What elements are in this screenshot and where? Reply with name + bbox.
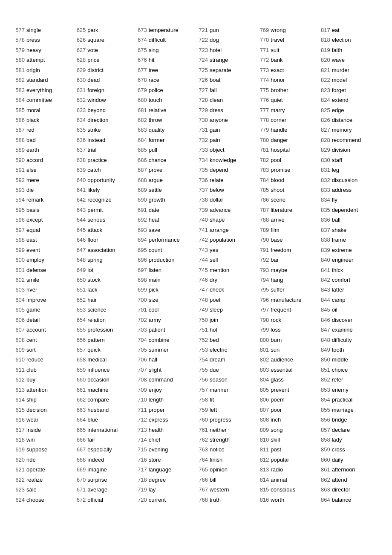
word-text: heat [149,215,159,224]
word-number: 814 [257,475,269,484]
word-entry: 850middle [318,355,379,364]
word-text: blood [271,176,284,185]
word-entry: 701cool [135,305,196,314]
word-entry: 831leg [318,165,379,174]
word-entry: 664blue [74,415,135,424]
word-text: east [26,235,37,244]
word-entry: 799loss [257,325,318,334]
word-text: cent [26,335,37,344]
word-entry: 819faith [318,46,379,55]
word-number: 721 [196,26,208,35]
word-text: surprise [87,475,107,484]
word-number: 742 [196,235,208,244]
word-text: ball [332,215,340,224]
word-text: committee [26,95,52,104]
word-number: 826 [318,116,330,124]
word-number: 783 [257,165,269,174]
word-entry: 640opportunity [74,176,135,185]
word-entry: 787literature [257,205,318,214]
word-entry: 863director [318,485,379,494]
word-number: 773 [257,66,269,75]
word-text: floor [87,235,98,244]
word-number: 632 [74,95,86,104]
word-text: leg [332,165,339,174]
word-text: evening [149,445,168,454]
word-number: 747 [196,285,208,294]
word-number: 672 [74,495,86,504]
word-text: poet [210,295,220,304]
word-column-2: 625park626square627vote628price629distri… [74,26,135,504]
word-text: spring [87,255,102,264]
word-entry: 702army [135,315,196,324]
word-entry: 763notice [196,445,257,454]
word-text: single [26,26,41,35]
word-text: boat [210,75,220,84]
word-entry: 862attend [318,475,379,484]
word-number: 592 [13,176,25,185]
word-entry: 781hospital [257,145,318,154]
word-number: 759 [196,405,208,414]
word-text: recognize [87,195,111,204]
word-entry: 720current [135,495,196,504]
word-entry: 609sort [13,345,74,354]
word-entry: 648spring [74,255,135,264]
word-entry: 812popular [257,455,318,464]
word-number: 763 [196,445,208,454]
word-entry: 683quality [135,125,196,134]
word-entry: 794hang [257,275,318,284]
word-number: 838 [318,235,330,244]
word-text: cross [332,445,345,454]
word-text: cool [149,305,159,314]
word-text: shoot [271,185,284,194]
word-entry: 825edge [318,106,379,115]
word-number: 766 [196,475,208,484]
word-entry: 758fit [196,395,257,404]
word-entry: 826distance [318,116,379,124]
word-entry: 650stock [74,275,135,284]
word-entry: 669imagine [74,465,135,474]
word-number: 741 [196,225,208,234]
word-number: 599 [13,246,25,254]
word-grid: 577single578press579heavy580attempt581or… [13,26,379,504]
word-number: 601 [13,266,25,275]
word-number: 810 [257,435,269,444]
word-text: quick [87,345,100,354]
word-number: 853 [318,385,330,394]
word-number: 712 [135,415,147,424]
word-entry: 690growth [135,195,196,204]
word-text: strength [210,435,230,444]
word-entry: 619suppose [13,445,74,454]
word-text: decision [26,405,47,414]
word-text: pattern [87,335,104,344]
word-number: 684 [135,136,147,145]
word-entry: 747check [196,285,257,294]
word-text: travel [271,35,284,44]
word-entry: 815conscious [257,485,318,494]
word-entry: 680touch [135,95,196,104]
word-number: 792 [257,255,269,264]
word-number: 679 [135,86,147,95]
word-entry: 811post [257,445,318,454]
word-entry: 728clean [196,95,257,104]
word-text: choice [332,365,348,374]
word-text: river [26,285,37,294]
word-text: freedom [271,246,291,254]
word-text: instead [87,136,105,145]
word-number: 725 [196,66,208,75]
word-text: imagine [87,465,107,474]
word-text: promise [271,165,290,174]
word-text: neither [210,425,227,434]
word-text: essential [271,365,292,374]
word-number: 670 [74,475,86,484]
word-text: latter [332,285,344,294]
word-entry: 802audience [257,355,318,364]
word-text: conscious [271,485,295,494]
word-text: park [87,26,98,35]
word-number: 686 [135,156,147,165]
word-entry: 828recommend [318,136,379,145]
word-entry: 605game [13,305,74,314]
word-number: 580 [13,55,25,64]
word-number: 616 [13,415,25,424]
word-text: literature [271,205,292,214]
word-entry: 779handle [257,125,318,134]
